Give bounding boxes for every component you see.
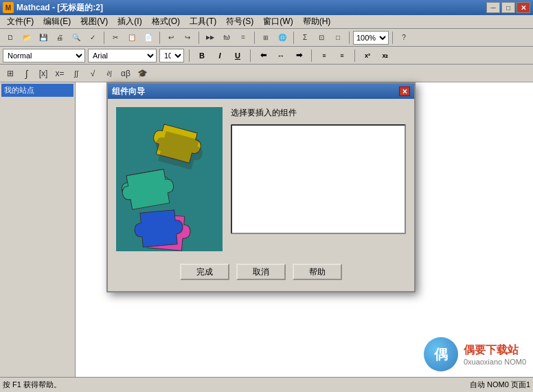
dialog-buttons: 完成 取消 帮助 [116, 258, 406, 283]
dialog-select-label: 选择要插入的组件 [231, 107, 406, 119]
help-dialog-button[interactable]: 帮助 [293, 264, 342, 280]
dialog-right: 选择要插入的组件 [231, 107, 406, 251]
dialog-titlebar: 组件向导 ✕ [108, 84, 414, 99]
finish-button[interactable]: 完成 [180, 264, 229, 280]
dialog-close-button[interactable]: ✕ [399, 87, 410, 96]
dialog-overlay: 组件向导 ✕ [0, 0, 533, 392]
cancel-button[interactable]: 取消 [236, 264, 286, 280]
component-wizard-dialog: 组件向导 ✕ [106, 82, 416, 292]
dialog-image [116, 107, 223, 251]
dialog-body: 选择要插入的组件 完成 取消 帮助 [108, 99, 414, 291]
puzzle-image-svg [116, 107, 223, 251]
dialog-content-row: 选择要插入的组件 [116, 107, 406, 251]
component-listbox[interactable] [231, 124, 406, 234]
dialog-title: 组件向导 [112, 86, 145, 97]
